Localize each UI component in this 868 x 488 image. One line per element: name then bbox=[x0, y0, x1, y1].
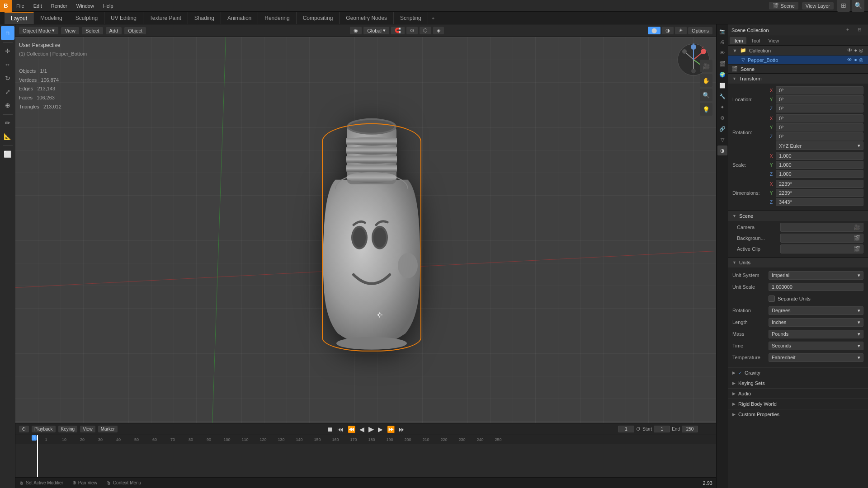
outliner-tab-view[interactable]: View bbox=[765, 37, 783, 44]
3d-viewport[interactable]: User Perspective (1) Collection | Pepper… bbox=[15, 37, 716, 423]
camera-movie-icon[interactable]: 🎥 bbox=[854, 224, 860, 230]
rotation-x-input[interactable]: 0° bbox=[776, 114, 863, 122]
select-tool[interactable]: ◻ bbox=[1, 26, 14, 40]
3d-object-container[interactable] bbox=[313, 99, 430, 352]
engine-selector[interactable]: 🎬 Scene bbox=[769, 2, 798, 9]
move-tool[interactable]: ↔ bbox=[1, 58, 14, 71]
tab-animation[interactable]: Animation bbox=[221, 12, 258, 24]
step-fwd-btn[interactable]: ⏩ bbox=[386, 426, 396, 433]
tab-compositing[interactable]: Compositing bbox=[297, 12, 340, 24]
pepper-shaker-object[interactable] bbox=[313, 99, 430, 352]
audio-collapse[interactable]: ▶ Audio bbox=[728, 388, 868, 399]
prop-render-icon[interactable]: 📷 bbox=[717, 26, 727, 36]
transform-tool[interactable]: ⊕ bbox=[1, 99, 14, 112]
search-btn[interactable]: 🔍 bbox=[852, 0, 864, 12]
object-menu[interactable]: Object bbox=[124, 27, 146, 34]
measure-tool[interactable]: 📐 bbox=[1, 130, 14, 143]
menu-file[interactable]: File bbox=[12, 0, 29, 11]
timeline-scrub[interactable]: 1 10 20 30 40 50 60 70 80 90 100 110 120… bbox=[15, 435, 716, 477]
scale-x-input[interactable]: 1.000 bbox=[776, 152, 863, 160]
keying-menu[interactable]: Keying bbox=[58, 426, 78, 432]
custom-properties-collapse[interactable]: ▶ Custom Properties bbox=[728, 409, 868, 419]
view-layer-selector[interactable]: View Layer bbox=[802, 2, 834, 9]
cursor-tool[interactable]: ✛ bbox=[1, 45, 14, 57]
obj-eye-icon[interactable]: 👁 bbox=[847, 57, 852, 63]
obj-cursor-icon[interactable]: ● bbox=[854, 57, 857, 63]
rendered-view[interactable]: ☀ bbox=[675, 27, 687, 34]
unit-scale-input[interactable]: 1.000000 bbox=[769, 283, 863, 291]
menu-window[interactable]: Window bbox=[72, 0, 99, 11]
scale-z-input[interactable]: 1.000 bbox=[776, 170, 863, 178]
outliner-tab-item[interactable]: Item bbox=[730, 37, 746, 44]
playhead[interactable]: 1 bbox=[37, 435, 38, 477]
scene-header[interactable]: ▼ Scene bbox=[728, 211, 868, 221]
snap-btn[interactable]: 🧲 bbox=[391, 27, 405, 34]
solid-view[interactable]: ⬤ bbox=[648, 27, 660, 34]
dim-x-input[interactable]: 2239° bbox=[776, 180, 863, 188]
prop-output-icon[interactable]: 🖨 bbox=[717, 37, 727, 47]
mass-dropdown[interactable]: Pounds ▾ bbox=[769, 330, 863, 338]
prop-material-icon[interactable]: ◑ bbox=[717, 145, 727, 155]
units-header[interactable]: ▼ Units bbox=[728, 258, 868, 267]
viewport-icon[interactable]: ◉ bbox=[350, 27, 362, 34]
tab-shading[interactable]: Shading bbox=[188, 12, 221, 24]
prop-object-icon[interactable]: ⬜ bbox=[717, 80, 727, 90]
frame-back-btn[interactable]: ◀ bbox=[358, 426, 366, 433]
tab-scripting[interactable]: Scripting bbox=[394, 12, 428, 24]
menu-help[interactable]: Help bbox=[99, 0, 118, 11]
mode-selector[interactable]: Object Mode ▾ bbox=[19, 27, 58, 34]
scale-y-input[interactable]: 1.000 bbox=[776, 161, 863, 169]
rotation-unit-dropdown[interactable]: Degrees ▾ bbox=[769, 306, 863, 315]
outliner-tab-tool[interactable]: Tool bbox=[747, 37, 764, 44]
start-frame-input[interactable] bbox=[654, 426, 670, 432]
prop-world-icon[interactable]: 🌍 bbox=[717, 70, 727, 80]
annotate-tool[interactable]: ✏ bbox=[1, 117, 14, 129]
dim-y-input[interactable]: 2239° bbox=[776, 189, 863, 197]
location-y-input[interactable]: 0° bbox=[776, 95, 863, 103]
location-z-input[interactable]: 0° bbox=[776, 104, 863, 113]
frame-fwd-btn[interactable]: ▶ bbox=[377, 426, 384, 433]
menu-edit[interactable]: Edit bbox=[29, 0, 47, 11]
view-menu[interactable]: View bbox=[61, 27, 79, 34]
collection-camera-icon[interactable]: ● bbox=[854, 47, 857, 53]
obj-render-icon[interactable]: ◎ bbox=[859, 57, 863, 63]
collection-item[interactable]: ▼ 📁 Collection 👁 ● ◎ bbox=[728, 46, 868, 56]
jump-start-btn[interactable]: ⏮ bbox=[336, 426, 345, 433]
view-menu-tl[interactable]: View bbox=[80, 426, 95, 432]
options-btn[interactable]: Options bbox=[688, 27, 712, 34]
location-x-input[interactable]: 0° bbox=[776, 86, 863, 94]
tab-sculpting[interactable]: Sculpting bbox=[69, 12, 104, 24]
active-clip-value[interactable]: 🎬 bbox=[780, 244, 863, 253]
prop-modifier-icon[interactable]: 🔧 bbox=[717, 91, 727, 101]
timeline-track[interactable] bbox=[15, 444, 716, 477]
tab-rendering[interactable]: Rendering bbox=[258, 12, 296, 24]
menu-render[interactable]: Render bbox=[47, 0, 72, 11]
time-dropdown[interactable]: Seconds ▾ bbox=[769, 342, 863, 350]
fullscreen-btn[interactable]: ⊞ bbox=[837, 0, 850, 12]
overlay-btn[interactable]: ⬡ bbox=[420, 27, 431, 34]
rotate-tool[interactable]: ↻ bbox=[1, 72, 14, 84]
new-collection-icon[interactable]: + bbox=[843, 25, 853, 35]
tab-geometry-nodes[interactable]: Geometry Nodes bbox=[340, 12, 394, 24]
transform-gizmo[interactable] bbox=[376, 311, 383, 319]
separate-units-checkbox[interactable] bbox=[769, 296, 775, 302]
prop-data-icon[interactable]: ▽ bbox=[717, 135, 727, 145]
tab-modeling[interactable]: Modeling bbox=[34, 12, 69, 24]
proportional-edit[interactable]: ⊙ bbox=[406, 27, 418, 34]
timeline-icon[interactable]: ⏱ bbox=[19, 426, 29, 432]
zoom-icon[interactable]: 🔍 bbox=[700, 89, 712, 101]
current-frame-input[interactable] bbox=[618, 426, 634, 432]
material-view[interactable]: ◑ bbox=[662, 27, 674, 34]
background-value[interactable]: 🎬 bbox=[780, 234, 863, 243]
collection-eye-icon[interactable]: 👁 bbox=[847, 47, 852, 53]
keying-sets-collapse[interactable]: ▶ Keying Sets bbox=[728, 378, 868, 388]
playback-menu[interactable]: Playback bbox=[32, 426, 56, 432]
tab-uv-editing[interactable]: UV Editing bbox=[104, 12, 143, 24]
prop-particles-icon[interactable]: ✦ bbox=[717, 102, 727, 112]
unit-system-dropdown[interactable]: Imperial ▾ bbox=[769, 271, 863, 280]
end-frame-input[interactable] bbox=[682, 426, 698, 432]
jump-end-btn[interactable]: ⏭ bbox=[397, 426, 406, 433]
rotation-y-input[interactable]: 0° bbox=[776, 123, 863, 131]
gravity-collapse[interactable]: ▶ ✓ Gravity bbox=[728, 367, 868, 378]
object-item-pepper[interactable]: ▽ Pepper_Botto 👁 ● ◎ bbox=[728, 56, 868, 65]
